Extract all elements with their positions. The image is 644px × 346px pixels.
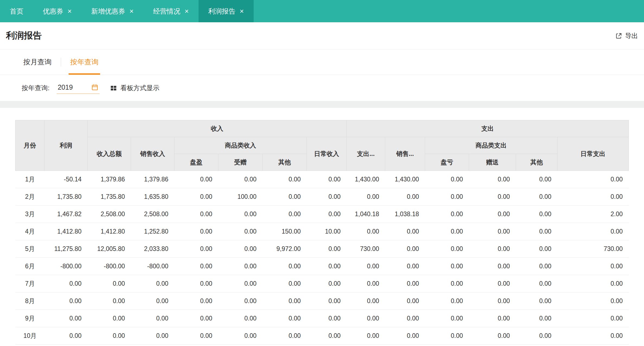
value-cell: 0.00 <box>425 310 469 327</box>
value-cell: 0.00 <box>557 292 629 310</box>
col-group-expense: 支出 <box>347 120 629 137</box>
col-header-expense-total: 支出... <box>347 137 385 171</box>
col-header-gift: 赠送 <box>469 154 516 171</box>
value-cell: 0.00 <box>307 188 347 206</box>
nav-tab-label: 利润报告 <box>208 7 235 16</box>
tab-yearly-query[interactable]: 按年查询 <box>69 49 100 75</box>
table-header: 月份 利润 收入 支出 收入总额 销售收入 商品类收入 日常收入 支出... 销… <box>15 120 629 171</box>
value-cell: 0.00 <box>174 223 218 240</box>
board-view-toggle[interactable]: 看板方式显示 <box>110 84 160 92</box>
value-cell: 0.00 <box>174 327 218 345</box>
value-cell: 0.00 <box>174 188 218 206</box>
year-input[interactable]: 2019 <box>57 82 100 94</box>
export-button[interactable]: 导出 <box>615 32 639 40</box>
value-cell: 0.00 <box>174 171 218 188</box>
year-value: 2019 <box>58 83 73 91</box>
value-cell: 0.00 <box>263 206 307 223</box>
value-cell: 1,379.86 <box>131 171 174 188</box>
value-cell: 0.00 <box>425 171 469 188</box>
value-cell: 0.00 <box>469 223 516 240</box>
value-cell: 0.00 <box>131 275 174 292</box>
value-cell: 0.00 <box>218 327 263 345</box>
value-cell: 0.00 <box>263 310 307 327</box>
value-cell: 0.00 <box>516 240 557 258</box>
nav-tab[interactable]: 利润报告× <box>199 0 254 22</box>
close-tab-icon[interactable]: × <box>184 8 189 15</box>
value-cell: 0.00 <box>218 275 263 292</box>
table-row: 7月0.000.000.000.000.000.000.000.000.000.… <box>15 275 629 292</box>
value-cell: 0.00 <box>263 171 307 188</box>
value-cell: 0.00 <box>263 188 307 206</box>
nav-tab[interactable]: 首页 <box>0 0 33 22</box>
table-row: 9月0.000.000.000.000.000.000.000.000.000.… <box>15 310 629 327</box>
value-cell: 730.00 <box>347 240 385 258</box>
value-cell: 0.00 <box>469 258 516 275</box>
value-cell: 0.00 <box>218 258 263 275</box>
value-cell: 0.00 <box>347 223 385 240</box>
col-header-other-expense: 其他 <box>516 154 557 171</box>
value-cell: 0.00 <box>385 310 425 327</box>
top-nav-bar: 首页优惠券×新增优惠券×经营情况×利润报告× <box>0 0 644 22</box>
value-cell: 0.00 <box>557 275 629 292</box>
value-cell: 0.00 <box>469 327 516 345</box>
value-cell: 0.00 <box>516 206 557 223</box>
value-cell: 11,275.80 <box>44 240 88 258</box>
value-cell: 1,412.80 <box>88 223 131 240</box>
value-cell: 0.00 <box>44 327 88 345</box>
value-cell: 0.00 <box>469 188 516 206</box>
value-cell: -800.00 <box>88 258 131 275</box>
month-cell: 8月 <box>15 292 44 310</box>
table-body: 1月-50.141,379.861,379.860.000.000.000.00… <box>15 171 629 345</box>
tab-divider <box>61 58 61 67</box>
value-cell: -50.14 <box>44 171 88 188</box>
value-cell: 9,972.00 <box>263 240 307 258</box>
month-cell: 3月 <box>15 206 44 223</box>
month-cell: 4月 <box>15 223 44 240</box>
value-cell: 0.00 <box>88 310 131 327</box>
nav-tab[interactable]: 经营情况× <box>143 0 198 22</box>
value-cell: 0.00 <box>88 327 131 345</box>
close-tab-icon[interactable]: × <box>129 8 133 15</box>
value-cell: 0.00 <box>88 275 131 292</box>
value-cell: 0.00 <box>516 223 557 240</box>
value-cell: 1,430.00 <box>385 171 425 188</box>
col-header-month: 月份 <box>15 120 44 171</box>
table-row: 3月1,467.822,508.002,508.000.000.000.000.… <box>15 206 629 223</box>
month-cell: 7月 <box>15 275 44 292</box>
value-cell: 0.00 <box>347 258 385 275</box>
value-cell: 1,040.18 <box>347 206 385 223</box>
value-cell: 0.00 <box>263 292 307 310</box>
value-cell: 0.00 <box>385 327 425 345</box>
value-cell: 0.00 <box>557 327 629 345</box>
value-cell: 2.00 <box>557 206 629 223</box>
nav-tab[interactable]: 新增优惠券× <box>81 0 143 22</box>
page-title: 利润报告 <box>6 30 42 42</box>
close-tab-icon[interactable]: × <box>68 8 72 15</box>
value-cell: 0.00 <box>557 310 629 327</box>
table-row: 8月0.000.000.000.000.000.000.000.000.000.… <box>15 292 629 310</box>
value-cell: 0.00 <box>469 292 516 310</box>
value-cell: 0.00 <box>174 275 218 292</box>
close-tab-icon[interactable]: × <box>240 8 244 15</box>
table-row: 6月-800.00-800.00-800.000.000.000.000.000… <box>15 258 629 275</box>
nav-tab[interactable]: 优惠券× <box>33 0 81 22</box>
value-cell: 0.00 <box>263 327 307 345</box>
value-cell: 0.00 <box>516 292 557 310</box>
value-cell: 0.00 <box>218 240 263 258</box>
value-cell: 0.00 <box>131 327 174 345</box>
value-cell: 0.00 <box>347 275 385 292</box>
value-cell: 0.00 <box>425 223 469 240</box>
value-cell: 1,735.80 <box>88 188 131 206</box>
value-cell: 1,735.80 <box>44 188 88 206</box>
value-cell: 0.00 <box>174 292 218 310</box>
value-cell: 0.00 <box>347 327 385 345</box>
tab-monthly-query[interactable]: 按月查询 <box>22 49 53 75</box>
value-cell: 0.00 <box>557 171 629 188</box>
value-cell: 0.00 <box>347 310 385 327</box>
value-cell: 0.00 <box>307 292 347 310</box>
nav-tab-label: 新增优惠券 <box>91 7 125 16</box>
value-cell: 0.00 <box>88 292 131 310</box>
value-cell: 0.00 <box>44 275 88 292</box>
value-cell: 1,379.86 <box>88 171 131 188</box>
value-cell: 0.00 <box>307 310 347 327</box>
